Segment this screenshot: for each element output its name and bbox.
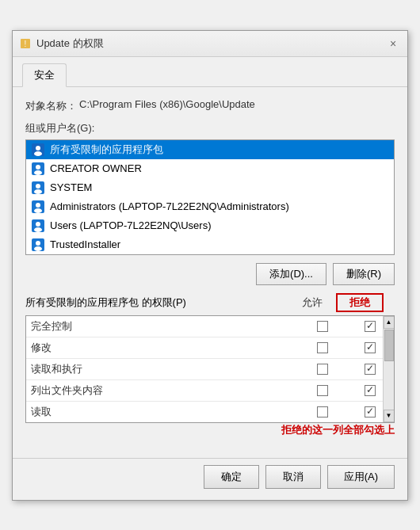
user-item-0[interactable]: 所有受限制的应用程序包 [26,140,394,159]
footer-btn-row: 确定 取消 应用(A) [13,458,407,500]
user-item-2[interactable]: SYSTEM [26,178,394,197]
svg-point-9 [36,184,40,189]
allow-checkbox-4[interactable] [317,406,328,418]
perm-row-3: 列出文件夹内容 [26,379,394,401]
user-name-1: CREATOR OWNER [50,162,142,174]
scrollbar-track[interactable] [384,329,394,410]
deny-checkbox-0[interactable] [365,321,376,332]
close-button[interactable]: × [385,36,401,51]
group-label: 组或用户名(G): [25,121,395,135]
user-item-3[interactable]: Administrators (LAPTOP-7L22E2NQ\Administ… [26,197,394,216]
window-title: Update 的权限 [36,36,104,51]
deny-checkbox-4[interactable] [365,406,376,418]
main-window: ! Update 的权限 × 安全 对象名称： C:\Program Files… [12,30,408,501]
perm-section-label: 所有受限制的应用程序包 的权限(P) [25,296,288,310]
perm-allow-3[interactable] [299,379,346,401]
allow-checkbox-1[interactable] [317,342,328,353]
title-bar-left: ! Update 的权限 [19,36,104,51]
tab-bar: 安全 [13,57,407,87]
content-area: 对象名称： C:\Program Files (x86)\Google\Upda… [13,87,407,458]
allow-checkbox-3[interactable] [317,385,328,396]
deny-checkbox-3[interactable] [365,385,376,396]
perm-name-4: 读取 [26,401,299,422]
perm-allow-1[interactable] [299,337,346,358]
perm-row-1: 修改 [26,337,394,358]
perm-allow-2[interactable] [299,358,346,379]
svg-text:!: ! [25,40,27,48]
user-name-4: Users (LAPTOP-7L22E2NQ\Users) [50,219,212,231]
user-name-5: TrustedInstaller [50,238,120,250]
object-label: 对象名称： [25,98,79,113]
user-icon-3 [31,200,45,214]
window-icon: ! [19,37,32,50]
user-item-5[interactable]: TrustedInstaller [26,235,394,254]
scrollbar-down[interactable]: ▼ [384,410,395,422]
perm-name-1: 修改 [26,337,299,358]
user-item-1[interactable]: CREATOR OWNER [26,159,394,178]
svg-point-10 [34,189,42,194]
user-icon-2 [31,181,45,195]
perm-allow-4[interactable] [299,401,346,422]
allow-checkbox-2[interactable] [317,364,328,375]
object-value: C:\Program Files (x86)\Google\Update [79,98,255,110]
user-icon-4 [31,219,45,233]
cancel-button[interactable]: 取消 [265,465,321,489]
user-icon-5 [31,238,45,252]
perm-label-row: 所有受限制的应用程序包 的权限(P) 允许 拒绝 [25,293,395,312]
svg-point-13 [34,208,42,213]
svg-point-18 [36,241,40,246]
object-name-row: 对象名称： C:\Program Files (x86)\Google\Upda… [25,98,395,113]
svg-point-7 [34,170,42,175]
user-name-2: SYSTEM [50,181,92,193]
svg-point-19 [34,246,42,251]
perm-name-0: 完全控制 [26,316,299,337]
svg-point-6 [36,165,40,170]
title-bar: ! Update 的权限 × [13,31,407,57]
svg-point-4 [34,151,42,156]
perm-row-2: 读取和执行 [26,358,394,379]
perm-row-0: 完全控制 [26,316,394,337]
scrollbar[interactable]: ▲ ▼ [383,316,394,422]
group-icon-0 [31,143,45,157]
perm-table: 完全控制 修改 [26,316,394,422]
deny-checkbox-1[interactable] [365,342,376,353]
svg-point-3 [36,146,40,151]
user-item-4[interactable]: Users (LAPTOP-7L22E2NQ\Users) [26,216,394,235]
scrollbar-up[interactable]: ▲ [384,316,395,329]
perm-row-4: 读取 [26,401,394,422]
add-button[interactable]: 添加(D)... [256,263,326,285]
svg-point-16 [34,227,42,232]
perm-table-container: 完全控制 修改 [25,315,395,423]
add-remove-btn-row: 添加(D)... 删除(R) [25,263,395,285]
allow-checkbox-0[interactable] [317,321,328,332]
svg-point-15 [36,222,40,227]
perm-name-3: 列出文件夹内容 [26,379,299,401]
perm-col-deny: 拒绝 [336,293,384,312]
remove-button[interactable]: 删除(R) [333,263,395,285]
user-name-3: Administrators (LAPTOP-7L22E2NQ\Administ… [50,200,289,212]
user-icon-1 [31,162,45,176]
user-list: 所有受限制的应用程序包 CREATOR OWNER SYSTEM [25,139,395,255]
perm-name-2: 读取和执行 [26,358,299,379]
scrollbar-thumb[interactable] [384,330,394,361]
deny-checkbox-2[interactable] [365,364,376,375]
svg-point-12 [36,203,40,208]
user-name-0: 所有受限制的应用程序包 [50,143,163,157]
apply-button[interactable]: 应用(A) [327,465,395,489]
ok-button[interactable]: 确定 [204,465,259,489]
perm-col-allow: 允许 [288,296,336,310]
perm-allow-0[interactable] [299,316,346,337]
annotation-text: 拒绝的这一列全部勾选上 [25,423,395,437]
tab-security[interactable]: 安全 [22,63,67,87]
